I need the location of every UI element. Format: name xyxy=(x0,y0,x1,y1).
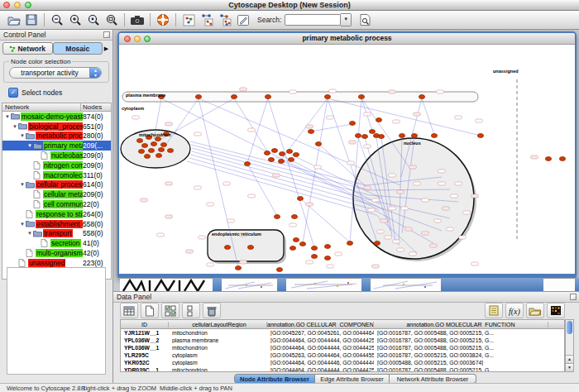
background-window-edge[interactable] xyxy=(441,278,543,291)
graph-node[interactable] xyxy=(411,134,417,138)
column-header[interactable]: ID xyxy=(121,322,169,327)
expander-icon[interactable]: ▼ xyxy=(19,133,26,138)
resize-grip[interactable] xyxy=(543,278,575,291)
scrollbar-thumb[interactable] xyxy=(567,321,572,334)
unselect-attributes-icon[interactable] xyxy=(182,303,200,318)
graph-node[interactable] xyxy=(288,158,294,162)
graph-node[interactable] xyxy=(158,148,164,152)
graph-edge[interactable] xyxy=(247,164,277,216)
graph-node[interactable] xyxy=(271,149,277,153)
graph-node[interactable] xyxy=(378,135,384,139)
import-attributes-icon[interactable] xyxy=(526,303,544,318)
graph-node[interactable] xyxy=(247,246,253,250)
graph-node[interactable] xyxy=(399,134,404,138)
tree-row[interactable]: macromolecule311(0) xyxy=(2,170,111,180)
graph-node[interactable] xyxy=(376,118,381,122)
graph-edge[interactable] xyxy=(234,98,268,152)
graph-node[interactable] xyxy=(311,246,317,251)
save-session-icon[interactable] xyxy=(22,12,41,28)
graph-node[interactable] xyxy=(286,150,292,154)
background-window-sliver[interactable] xyxy=(371,278,441,291)
graph-edge[interactable] xyxy=(422,98,434,135)
tree-header-network[interactable]: Network xyxy=(2,103,81,111)
graph-node[interactable] xyxy=(559,157,565,161)
tree-row[interactable]: ▼cellular process614(0) xyxy=(2,180,111,190)
graph-node[interactable] xyxy=(156,154,161,158)
graph-node[interactable] xyxy=(291,215,297,219)
help-lifesaver-icon[interactable] xyxy=(154,12,172,28)
tree-row[interactable]: ▼primary metabo209(... xyxy=(2,141,111,151)
tree-row[interactable]: response to stimul264(0) xyxy=(2,209,111,219)
zoom-selected-icon[interactable] xyxy=(84,12,103,28)
tree-row[interactable]: ▼mosaic-demo-yeast874(0) xyxy=(2,112,111,122)
tree-row[interactable]: unassigned223(0) xyxy=(2,258,111,268)
graph-node[interactable] xyxy=(293,153,299,157)
float-panel-icon[interactable] xyxy=(570,294,577,300)
network-overview-icon[interactable] xyxy=(179,12,198,28)
graph-edge[interactable] xyxy=(189,158,375,210)
tree-header-nodes[interactable]: Nodes xyxy=(81,103,111,111)
column-header[interactable]: annotation.GO MOLECULAR_FUNCTION xyxy=(374,322,548,327)
snapshot-icon[interactable] xyxy=(128,12,146,28)
select-attributes-icon[interactable] xyxy=(161,303,179,318)
graph-node[interactable] xyxy=(276,268,282,272)
tree-row[interactable]: cellular metabo209(0) xyxy=(2,189,111,199)
graph-node[interactable] xyxy=(160,143,166,147)
network-view-window[interactable]: primary metabolic process plasma membran… xyxy=(117,31,577,278)
scroll-up-icon[interactable]: ▲ xyxy=(566,355,573,363)
table-row[interactable]: YLR295Ccytoplasm[GO:0045263, GO:0044464,… xyxy=(121,351,564,359)
graph-edge[interactable] xyxy=(318,144,366,187)
graph-node[interactable] xyxy=(293,238,299,242)
graph-edge[interactable] xyxy=(161,98,384,210)
graph-node[interactable] xyxy=(431,134,437,138)
expander-icon[interactable]: ▼ xyxy=(19,222,26,227)
float-panel-icon[interactable] xyxy=(103,31,110,38)
column-header[interactable]: annotation.GO CELLULAR_COMPONENT xyxy=(267,322,374,327)
scroll-down-icon[interactable]: ▼ xyxy=(566,363,573,371)
graph-node[interactable] xyxy=(235,266,241,270)
layout-edges-icon[interactable] xyxy=(216,12,234,28)
tree-row[interactable]: secretion41(0) xyxy=(2,238,111,248)
expander-icon[interactable]: ▼ xyxy=(26,231,33,236)
graph-node[interactable] xyxy=(195,95,201,99)
tree-row[interactable]: ▼metabolic process280(0) xyxy=(2,131,111,141)
zoom-fit-icon[interactable] xyxy=(103,12,121,28)
select-nodes-checkbox[interactable]: ✓ xyxy=(8,88,18,98)
delete-attribute-icon[interactable] xyxy=(203,303,221,318)
annotation-icon[interactable] xyxy=(234,12,252,28)
background-window-edge[interactable] xyxy=(575,278,579,291)
expander-icon[interactable]: ▼ xyxy=(19,182,26,187)
graph-node[interactable] xyxy=(308,130,313,134)
create-attribute-icon[interactable] xyxy=(141,303,159,318)
table-row[interactable]: YPL036W__2plasma membrane[GO:0044464, GO… xyxy=(121,337,564,344)
graph-node[interactable] xyxy=(477,134,483,138)
tree-row[interactable]: ▼biological_process651(0) xyxy=(2,122,111,131)
graph-node[interactable] xyxy=(224,246,230,250)
tab-overflow-arrow[interactable]: ▶ xyxy=(103,42,110,55)
tree-row[interactable]: cell communicat22(0) xyxy=(2,199,111,209)
function-builder-icon[interactable]: f(x) xyxy=(505,303,524,318)
column-header[interactable]: _cellularLayoutRegion xyxy=(169,322,267,327)
graph-node[interactable] xyxy=(144,155,150,159)
graph-node[interactable] xyxy=(274,215,280,219)
tree-row[interactable]: nitrogen compo209(0) xyxy=(2,160,111,170)
graph-node[interactable] xyxy=(279,152,285,156)
graph-node[interactable] xyxy=(355,134,361,138)
graph-node[interactable] xyxy=(264,151,270,155)
attribute-table-icon[interactable] xyxy=(120,303,138,318)
graph-node[interactable] xyxy=(358,95,364,99)
tree-row[interactable]: nucleobase-c209(0) xyxy=(2,151,111,160)
graph-node[interactable] xyxy=(231,95,237,99)
matrix-icon[interactable] xyxy=(547,303,565,318)
background-window-sliver[interactable] xyxy=(120,278,213,291)
tab-network[interactable]: Network xyxy=(2,42,53,55)
open-file-icon[interactable] xyxy=(4,12,22,28)
graph-node[interactable] xyxy=(278,160,284,164)
graph-node[interactable] xyxy=(369,130,375,134)
zoom-in-icon[interactable] xyxy=(66,12,84,28)
zoom-out-icon[interactable] xyxy=(48,12,66,28)
graph-node[interactable] xyxy=(244,162,250,166)
graph-node[interactable] xyxy=(151,142,156,146)
search-input[interactable] xyxy=(285,14,341,26)
graph-node[interactable] xyxy=(324,95,330,99)
